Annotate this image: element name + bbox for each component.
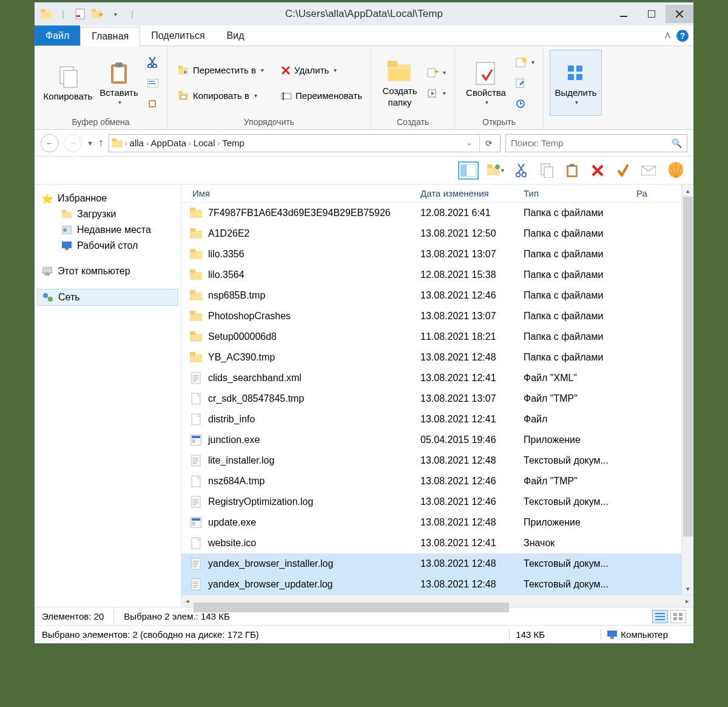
copy-button[interactable]: Копировать — [41, 50, 95, 116]
select-button[interactable]: Выделить ▾ — [550, 50, 602, 116]
minimize-button[interactable] — [610, 5, 638, 23]
up-button[interactable]: ↑ — [98, 137, 104, 149]
v-scrollbar[interactable]: ▴ ▾ — [681, 184, 693, 595]
details-view-button[interactable] — [652, 610, 668, 623]
tree-computer[interactable]: Этот компьютер — [37, 263, 178, 279]
select-tool-icon[interactable] — [615, 162, 632, 179]
file-row[interactable]: lite_installer.log13.08.2021 12:48Тексто… — [181, 450, 693, 471]
file-name: PhotoshopCrashes — [208, 311, 291, 322]
forward-button[interactable]: → — [64, 134, 82, 152]
svg-rect-34 — [283, 92, 284, 100]
tree-recent[interactable]: Недавние места — [37, 222, 178, 238]
history-icon[interactable] — [513, 95, 537, 112]
file-row[interactable]: nsp685B.tmp13.08.2021 12:46Папка с файла… — [181, 285, 693, 306]
file-row[interactable]: Setup000006d811.08.2021 18:21Папка с фай… — [181, 326, 693, 347]
new-item-icon[interactable]: ▾ — [425, 64, 448, 81]
svg-rect-115 — [193, 504, 197, 506]
col-date[interactable]: Дата изменения — [420, 188, 524, 198]
folder-options-icon[interactable]: ▾ — [487, 162, 504, 179]
tree-favorites[interactable]: ⭐Избранное — [37, 191, 178, 206]
address-bar[interactable]: ›alla ›AppData ›Local ›Temp ⌄ ⟳ — [109, 134, 500, 152]
close-button[interactable] — [666, 5, 693, 23]
file-row[interactable]: PhotoshopCrashes13.08.2021 13:07Папка с … — [181, 306, 693, 326]
move-to-button[interactable]: Переместить в▾ — [176, 62, 266, 79]
file-row[interactable]: lilo.335613.08.2021 13:07Папка с файлами — [181, 244, 693, 265]
h-scrollbar[interactable]: ◂ ▸ — [181, 595, 693, 607]
h-scroll-thumb[interactable] — [194, 603, 509, 612]
properties-button[interactable]: Свойства ▾ — [461, 50, 511, 116]
tab-file[interactable]: Файл — [35, 25, 80, 46]
scroll-left-icon[interactable]: ◂ — [181, 595, 194, 607]
paste-tool-icon[interactable] — [564, 162, 581, 179]
file-row[interactable]: lilo.356412.08.2021 15:38Папка с файлами — [181, 265, 693, 285]
col-name[interactable]: Имя — [181, 188, 420, 198]
mail-tool-icon[interactable] — [640, 162, 657, 179]
search-input[interactable] — [511, 138, 672, 148]
delete-tool-icon[interactable] — [589, 162, 606, 179]
tab-share[interactable]: Поделиться — [140, 25, 215, 46]
copy-to-button[interactable]: Копировать в▾ — [176, 87, 266, 104]
search-icon[interactable]: 🔍 — [672, 138, 682, 148]
delete-button[interactable]: Удалить▾ — [278, 62, 365, 79]
v-scroll-thumb[interactable] — [683, 197, 693, 536]
shell-tool-icon[interactable] — [666, 162, 686, 179]
file-row[interactable]: YB_AC390.tmp13.08.2021 12:48Папка с файл… — [181, 347, 693, 368]
svg-rect-75 — [45, 273, 50, 276]
edit-icon[interactable] — [513, 75, 537, 92]
cut-icon[interactable] — [145, 54, 161, 71]
tree-downloads[interactable]: Загрузки — [37, 206, 178, 222]
tab-view[interactable]: Вид — [216, 25, 255, 46]
file-row[interactable]: yandex_browser_installer.log13.08.2021 1… — [181, 553, 693, 574]
easy-access-icon[interactable]: ▾ — [425, 85, 448, 102]
explorer-window: | ▾ | C:\Users\alla\AppData\Local\Temp Ф… — [34, 2, 694, 644]
svg-rect-69 — [62, 210, 66, 213]
file-row[interactable]: update.exe13.08.2021 12:48Приложение — [181, 512, 693, 533]
qat-dropdown-icon[interactable]: ▾ — [109, 7, 122, 21]
scroll-right-icon[interactable]: ▸ — [681, 595, 693, 607]
paste-shortcut-icon[interactable] — [145, 95, 161, 112]
file-row[interactable]: cr_sdk_08547845.tmp13.08.2021 13:07Файл … — [181, 388, 693, 409]
back-button[interactable]: ← — [41, 134, 59, 152]
help-icon[interactable]: ? — [676, 30, 689, 42]
icons-view-button[interactable] — [670, 610, 686, 623]
col-type[interactable]: Тип — [524, 188, 636, 198]
refresh-button[interactable]: ⟳ — [479, 134, 497, 152]
file-row[interactable]: junction.exe05.04.2015 19:46Приложение — [181, 430, 693, 450]
svg-rect-47 — [568, 74, 574, 80]
rename-button[interactable]: Переименовать — [278, 87, 365, 104]
new-folder-icon[interactable] — [90, 7, 104, 21]
open-icon[interactable]: ▾ — [513, 54, 537, 71]
copy-tool-icon[interactable] — [538, 162, 555, 179]
folder-icon — [190, 310, 202, 322]
file-row[interactable]: clids_searchband.xml13.08.2021 12:41Файл… — [181, 368, 693, 388]
tree-network[interactable]: Сеть — [37, 289, 178, 306]
svg-rect-16 — [115, 63, 123, 67]
file-row[interactable]: website.ico13.08.2021 12:41Значок — [181, 533, 693, 553]
computer-status-icon — [607, 631, 617, 639]
properties-icon[interactable] — [73, 7, 87, 21]
cut-tool-icon[interactable] — [513, 162, 530, 179]
address-dropdown-icon[interactable]: ⌄ — [467, 139, 472, 147]
preview-pane-icon[interactable] — [458, 161, 479, 180]
collapse-ribbon-icon[interactable]: ᐱ — [665, 31, 670, 40]
scroll-up-icon[interactable]: ▴ — [682, 184, 694, 197]
new-folder-button[interactable]: Создать папку — [377, 50, 422, 116]
tree-desktop[interactable]: Рабочий стол — [37, 238, 178, 254]
file-row[interactable]: 7F4987FB1A6E43d69E3E94B29EB7592612.08.20… — [181, 203, 693, 223]
file-row[interactable]: nsz684A.tmp13.08.2021 12:46Файл "TMP" — [181, 471, 693, 492]
file-row[interactable]: distrib_info13.08.2021 12:41Файл — [181, 409, 693, 430]
tab-main[interactable]: Главная — [80, 27, 140, 46]
recent-locations-dropdown[interactable]: ▼ — [87, 140, 93, 147]
scroll-down-icon[interactable]: ▾ — [682, 583, 694, 595]
file-row[interactable]: A1D26E213.08.2021 12:50Папка с файлами — [181, 223, 693, 244]
paste-button[interactable]: Вставить ▾ — [95, 50, 143, 116]
file-date: 13.08.2021 13:07 — [420, 311, 524, 322]
maximize-button[interactable] — [638, 5, 666, 23]
copy-path-icon[interactable] — [145, 75, 161, 92]
svg-rect-61 — [544, 167, 553, 178]
file-date: 13.08.2021 12:41 — [420, 414, 524, 425]
search-box[interactable]: 🔍 — [505, 134, 687, 152]
file-row[interactable]: RegistryOptimization.log13.08.2021 12:46… — [181, 492, 693, 512]
file-row[interactable]: yandex_browser_updater.log13.08.2021 12:… — [181, 574, 693, 595]
svg-rect-3 — [76, 15, 80, 17]
